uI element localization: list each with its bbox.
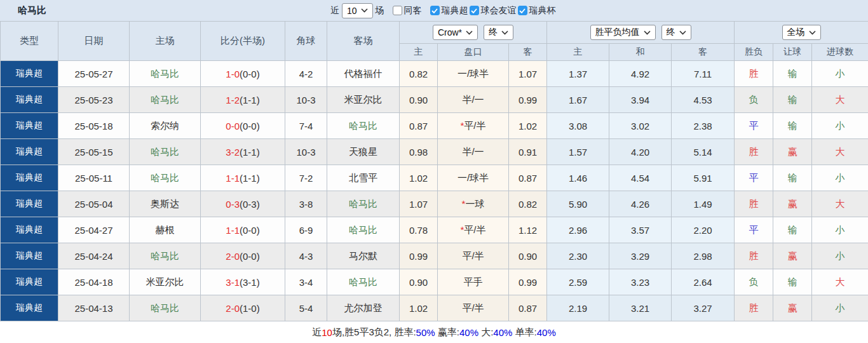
league-type-cell: 瑞典超 bbox=[1, 269, 58, 295]
league-type-cell: 瑞典超 bbox=[1, 113, 58, 139]
goals-result-cell: 大 bbox=[812, 87, 868, 113]
corner-cell: 3-8 bbox=[285, 191, 327, 217]
euro-draw-odds-cell: 3.94 bbox=[609, 87, 672, 113]
score-cell: 1-1(0-0) bbox=[201, 217, 285, 243]
result-cell: 负 bbox=[735, 87, 773, 113]
corner-cell: 7-2 bbox=[285, 165, 327, 191]
chevron-down-icon bbox=[679, 30, 686, 35]
handicap-text: 一/球半 bbox=[458, 172, 489, 183]
result-cell: 胜 bbox=[735, 139, 773, 165]
match-table-body: 瑞典超 25-05-27 哈马比 1-0(0-0) 4-2 代格福什 0.82 … bbox=[1, 61, 868, 321]
home-team-cell: 赫根 bbox=[130, 217, 201, 243]
asian-home-odds-cell: 0.90 bbox=[400, 87, 438, 113]
match-row: 瑞典超 25-05-04 奥斯达 0-3(0-3) 3-8 哈马比 1.07 *… bbox=[1, 191, 868, 217]
euro-odds-group-header: 胜平负均值 终 bbox=[547, 22, 735, 44]
euro-lose-odds-cell: 5.91 bbox=[672, 165, 735, 191]
handicap-text: 半/一 bbox=[462, 94, 484, 105]
goals-result-cell: 小 bbox=[812, 61, 868, 87]
euro-lose-odds-cell: 2.98 bbox=[672, 243, 735, 269]
score-cell: 0-0(0-0) bbox=[201, 113, 285, 139]
asian-away-odds-cell: 0.82 bbox=[509, 191, 547, 217]
goals-result-cell: 小 bbox=[812, 165, 868, 191]
handicap-text: 平/半 bbox=[462, 250, 484, 261]
league-type-cell: 瑞典超 bbox=[1, 87, 58, 113]
league-type-cell: 瑞典超 bbox=[1, 191, 58, 217]
home-team-cell: 哈马比 bbox=[130, 295, 201, 321]
goals-result-cell: 小 bbox=[812, 217, 868, 243]
away-team-cell: 哈马比 bbox=[327, 191, 400, 217]
avg-odds-select[interactable]: 胜平负均值 bbox=[590, 25, 656, 40]
asian-away-odds-cell: 1.07 bbox=[509, 61, 547, 87]
asian-home-odds-cell: 1.02 bbox=[400, 165, 438, 191]
date-cell: 25-05-11 bbox=[58, 165, 130, 191]
col-header-type: 类型 bbox=[1, 22, 58, 61]
league-label-friendly[interactable]: 球会友谊 bbox=[481, 5, 517, 17]
same-venue-checkbox[interactable] bbox=[393, 6, 402, 15]
score-cell: 3-1(3-1) bbox=[201, 269, 285, 295]
away-team-cell: 米亚尔比 bbox=[327, 87, 400, 113]
euro-draw-odds-cell: 3.57 bbox=[609, 217, 672, 243]
subheader-handicap-result: 让球 bbox=[773, 44, 812, 61]
handicap-cell: 平/半 bbox=[438, 295, 509, 321]
home-team-cell: 哈马比 bbox=[130, 243, 201, 269]
asian-odds-group-header: Crow* 终 bbox=[400, 22, 547, 44]
score-cell: 1-0(0-0) bbox=[201, 61, 285, 87]
match-scope-select[interactable]: 全场 bbox=[782, 25, 821, 40]
league-checkbox-friendly[interactable] bbox=[470, 6, 479, 15]
goals-result-cell: 大 bbox=[812, 139, 868, 165]
result-cell: 负 bbox=[735, 269, 773, 295]
subheader-asian-home: 主 bbox=[400, 44, 438, 61]
goals-result-cell: 大 bbox=[812, 191, 868, 217]
bookmaker-select[interactable]: Crow* bbox=[433, 25, 478, 40]
check-icon bbox=[471, 8, 477, 13]
recent-count-select[interactable]: 10 bbox=[342, 3, 373, 18]
asian-away-odds-cell: 0.87 bbox=[509, 295, 547, 321]
home-team-cell: 米亚尔比 bbox=[130, 269, 201, 295]
handicap-text: 平/半 bbox=[462, 302, 484, 313]
league-checkbox-cup[interactable] bbox=[518, 6, 527, 15]
match-table: 类型 日期 主场 比分(半场) 角球 客场 Crow* 终 bbox=[0, 21, 868, 321]
euro-draw-odds-cell: 4.26 bbox=[609, 191, 672, 217]
fulltime-score: 1-1 bbox=[226, 225, 240, 236]
result-group-header: 全场 bbox=[735, 22, 868, 44]
away-team-cell: 哈马比 bbox=[327, 217, 400, 243]
fulltime-score: 1-0 bbox=[226, 69, 240, 79]
home-team-cell: 哈马比 bbox=[130, 165, 201, 191]
result-cell: 平 bbox=[735, 165, 773, 191]
fulltime-score: 2-0 bbox=[226, 303, 240, 314]
handicap-result-cell: 赢 bbox=[773, 191, 812, 217]
handicap-cell: 平手 bbox=[438, 269, 509, 295]
bookmaker-select-value: Crow* bbox=[438, 27, 462, 37]
euro-lose-odds-cell: 1.49 bbox=[672, 191, 735, 217]
same-venue-label[interactable]: 同客 bbox=[404, 5, 422, 17]
euro-lose-odds-cell: 3.27 bbox=[672, 295, 735, 321]
asian-home-odds-cell: 1.02 bbox=[400, 295, 438, 321]
asian-home-odds-cell: 0.87 bbox=[400, 113, 438, 139]
date-cell: 25-04-18 bbox=[58, 269, 130, 295]
euro-win-odds-cell: 3.08 bbox=[547, 113, 609, 139]
euro-odds-time-value: 终 bbox=[667, 27, 675, 38]
league-checkbox-allsvenskan[interactable] bbox=[430, 6, 440, 15]
league-label-cup[interactable]: 瑞典杯 bbox=[529, 5, 556, 17]
euro-odds-time-select[interactable]: 终 bbox=[661, 25, 691, 40]
asian-home-odds-cell: 0.82 bbox=[400, 61, 438, 87]
subheader-handicap: 盘口 bbox=[438, 44, 509, 61]
handicap-cell: *一球 bbox=[438, 191, 509, 217]
corner-cell: 4-2 bbox=[285, 61, 327, 87]
result-cell: 胜 bbox=[735, 243, 773, 269]
league-type-cell: 瑞典超 bbox=[1, 165, 58, 191]
handicap-text: 平/半 bbox=[464, 120, 485, 131]
home-team-cell: 奥斯达 bbox=[130, 191, 201, 217]
summary-recent-label: 近 bbox=[312, 326, 322, 339]
handicap-result-cell: 赢 bbox=[773, 139, 812, 165]
asian-odds-time-select[interactable]: 终 bbox=[484, 25, 513, 40]
summary-odd-label: 单率: bbox=[512, 326, 536, 339]
subheader-euro-win: 主 bbox=[547, 44, 609, 61]
halftime-score: (1-1) bbox=[240, 173, 260, 184]
summary-over-label: 大: bbox=[478, 326, 493, 339]
subheader-goals: 进球数 bbox=[812, 44, 868, 61]
toolbar: 哈马比 近 10 场 同客 瑞典超 球会友谊 瑞典杯 bbox=[0, 0, 868, 21]
summary-record: 场,胜5平3负2, 胜率: bbox=[332, 326, 416, 339]
euro-lose-odds-cell: 5.14 bbox=[672, 139, 735, 165]
league-label-allsvenskan[interactable]: 瑞典超 bbox=[442, 5, 468, 17]
